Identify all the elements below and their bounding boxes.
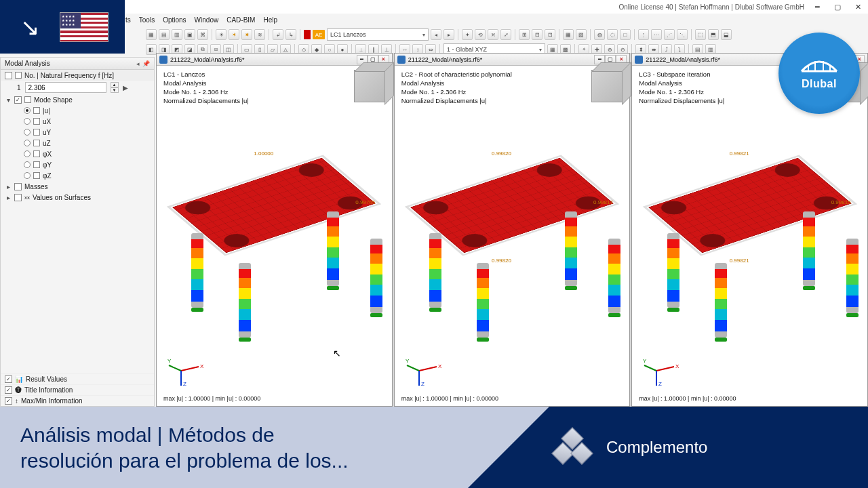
checkbox[interactable]: [5, 375, 12, 383]
tool-icon[interactable]: ⤢: [500, 29, 511, 40]
frequency-input[interactable]: [25, 82, 106, 93]
radio[interactable]: [24, 161, 31, 168]
checkbox[interactable]: [5, 72, 12, 79]
freq-no: 1: [17, 84, 21, 92]
fe-model: 0.99821 0.99815 0.99821: [648, 155, 852, 331]
menu-item-options[interactable]: Options: [163, 16, 186, 24]
tool-icon[interactable]: ▦: [146, 29, 157, 40]
bottom-option: Title Information: [24, 386, 73, 394]
checkbox[interactable]: [5, 397, 12, 405]
masses-label: Masses: [24, 183, 47, 190]
menu-item-help[interactable]: Help: [263, 16, 277, 24]
file-icon: [397, 56, 406, 64]
panel-pin-icon[interactable]: 📌: [142, 60, 150, 67]
tool-icon[interactable]: ◂: [431, 29, 441, 40]
file-icon: [635, 56, 643, 64]
tool-icon[interactable]: ⊡: [545, 29, 555, 40]
tool-icon[interactable]: ⬓: [721, 29, 732, 40]
tool-icon[interactable]: ◍: [594, 29, 605, 40]
tool-icon[interactable]: ▤: [159, 29, 170, 40]
menu-item-window[interactable]: Window: [195, 16, 219, 24]
checkbox[interactable]: [14, 96, 22, 104]
title-bar: Online License 40 | Stefan Hoffmann | Dl…: [0, 0, 868, 14]
tool-icon[interactable]: ⬒: [708, 29, 719, 40]
component-label: |u|: [43, 107, 50, 115]
tool-icon[interactable]: ⋮: [638, 29, 649, 40]
stepper-down[interactable]: ▼: [111, 87, 119, 93]
swatch-icon: [33, 161, 40, 168]
radio[interactable]: [24, 118, 31, 125]
tool-icon[interactable]: ☀: [216, 29, 226, 40]
component-label: uZ: [43, 140, 51, 147]
swatch-icon: [33, 150, 40, 157]
loadcase-dropdown[interactable]: LC1 Lanczos: [327, 28, 429, 41]
component-label: φZ: [43, 172, 52, 180]
viewport-1[interactable]: 211222_ModalAnalysis.rf6* ━▢✕ LC1 - Lanc…: [156, 53, 393, 407]
viewport-2[interactable]: 211222_ModalAnalysis.rf6* ━▢✕ LC2 - Root…: [394, 53, 631, 407]
window-minimize-button[interactable]: ━: [807, 0, 827, 14]
tool-icon[interactable]: ⌘: [197, 29, 208, 40]
menu-bar: ts Tools Options Window CAD-BIM Help: [125, 14, 277, 26]
radio[interactable]: [24, 172, 31, 179]
tool-icon[interactable]: ✦: [462, 29, 473, 40]
tool-icon[interactable]: ≋: [254, 29, 265, 40]
svg-text:X: X: [200, 363, 204, 369]
mouse-cursor-icon: ↖: [333, 348, 341, 359]
node-value: 0.99821: [730, 258, 749, 264]
stepper-up[interactable]: ▲: [111, 82, 119, 87]
tool-icon[interactable]: ◌: [607, 29, 618, 40]
tool-icon[interactable]: ⊟: [532, 29, 542, 40]
radio[interactable]: [24, 129, 31, 136]
bottom-option: Result Values: [26, 375, 67, 383]
radio[interactable]: [24, 150, 31, 157]
node-value: 0.99765: [355, 199, 375, 205]
menu-item-cadbim[interactable]: CAD-BIM: [226, 16, 255, 24]
tool-icon[interactable]: ▸: [443, 29, 454, 40]
component-label: φX: [43, 150, 52, 158]
tool-icon[interactable]: ↳: [285, 29, 296, 40]
tool-icon[interactable]: ⋱: [677, 29, 688, 40]
svg-text:Y: Y: [406, 358, 410, 364]
view-filename: 211222_ModalAnalysis.rf6*: [170, 56, 245, 63]
tool-icon[interactable]: ▥: [172, 29, 182, 40]
window-maximize-button[interactable]: ▢: [827, 0, 848, 14]
panel-collapse-icon[interactable]: ◂: [136, 60, 140, 67]
node-value: 0.99817: [593, 199, 613, 205]
tree-toggle-icon[interactable]: ▸: [5, 194, 12, 201]
svg-text:Y: Y: [643, 358, 647, 364]
banner-line-2: resolución para el problema de los...: [20, 448, 500, 474]
tool-icon[interactable]: ✶: [229, 29, 239, 40]
tool-icon[interactable]: ↲: [273, 29, 283, 40]
icon: ↕: [15, 397, 18, 405]
checkbox[interactable]: [5, 386, 12, 394]
viewport-area: 211222_ModalAnalysis.rf6* ━▢✕ LC1 - Lanc…: [156, 53, 868, 407]
tool-icon[interactable]: ⤧: [488, 29, 498, 40]
tool-icon[interactable]: ▦: [563, 29, 574, 40]
dlubal-logo: Dlubal: [778, 33, 860, 114]
tree-toggle-icon[interactable]: ▾: [5, 96, 12, 104]
license-info: Online License 40 | Stefan Hoffmann | Dl…: [619, 3, 805, 11]
play-icon[interactable]: ▶: [123, 84, 128, 92]
video-title-banner: Análisis modal | Métodos de resolución p…: [0, 407, 868, 488]
svg-text:Z: Z: [183, 381, 186, 387]
tree-toggle-icon[interactable]: ▸: [5, 183, 12, 190]
swatch-icon: [33, 129, 40, 136]
tool-icon[interactable]: ⟲: [475, 29, 486, 40]
menu-item[interactable]: ts: [125, 16, 131, 24]
tool-icon[interactable]: ▧: [576, 29, 587, 40]
checkbox[interactable]: [14, 183, 22, 190]
minmax-readout: max |u| : 1.00000 | min |u| : 0.00000: [639, 395, 736, 402]
tool-icon[interactable]: ⋯: [651, 29, 662, 40]
tool-icon[interactable]: ⬚: [695, 29, 706, 40]
tool-icon[interactable]: ▣: [184, 29, 195, 40]
tool-icon[interactable]: ◧: [146, 44, 157, 55]
menu-item-tools[interactable]: Tools: [139, 16, 155, 24]
tool-icon[interactable]: ⋰: [664, 29, 675, 40]
checkbox[interactable]: [14, 194, 22, 201]
radio[interactable]: [24, 140, 31, 146]
window-close-button[interactable]: ✕: [848, 0, 868, 14]
tool-icon[interactable]: ✷: [241, 29, 252, 40]
tool-icon[interactable]: □: [620, 29, 631, 40]
radio[interactable]: [24, 107, 31, 114]
tool-icon[interactable]: ⊞: [519, 29, 530, 40]
